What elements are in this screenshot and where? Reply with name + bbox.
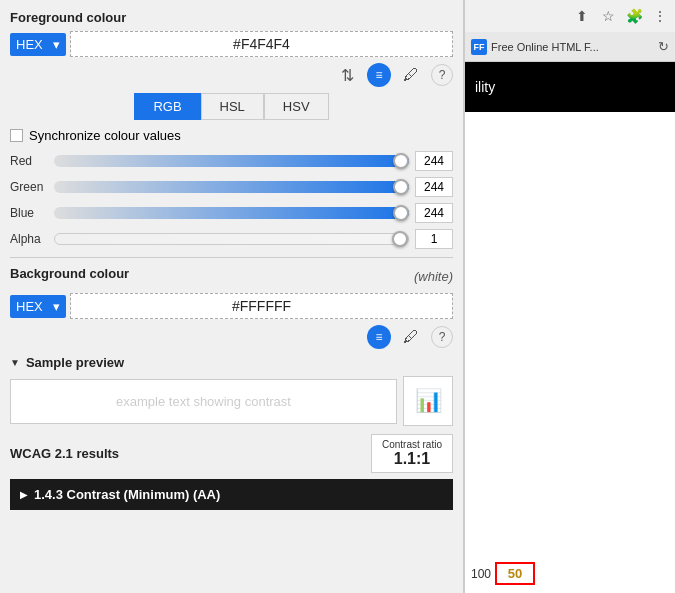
eyedropper-icon[interactable]: 🖊 [399, 63, 423, 87]
bg-sliders-icon[interactable]: ≡ [367, 325, 391, 349]
contrast-50-box: 50 [495, 562, 535, 585]
bg-hint: (white) [414, 269, 453, 284]
extension-icon[interactable]: 🧩 [623, 5, 645, 27]
share-icon[interactable]: ⬆ [571, 5, 593, 27]
contrast-50-label: 50 [508, 566, 522, 581]
slider-alpha-thumb[interactable] [392, 231, 408, 247]
slider-red-label: Red [10, 154, 48, 168]
sample-header: ▼ Sample preview [10, 355, 453, 370]
fg-heading-text: Foreground colour [10, 10, 126, 25]
tab-hsv[interactable]: HSV [264, 93, 329, 120]
left-panel: Foreground colour HEX ▾ ⇅ ≡ 🖊 ? RGB HSL … [0, 0, 463, 593]
slider-green-row: Green [10, 177, 453, 197]
sync-row: Synchronize colour values [10, 128, 453, 143]
tab-rgb[interactable]: RGB [134, 93, 200, 120]
slider-green-label: Green [10, 180, 48, 194]
slider-blue-row: Blue [10, 203, 453, 223]
slider-alpha-label: Alpha [10, 232, 48, 246]
fg-icon-row: ⇅ ≡ 🖊 ? [10, 63, 453, 87]
bg-hex-input[interactable] [70, 293, 453, 319]
sample-text-box: example text showing contrast [10, 379, 397, 424]
right-panel: ⬆ ☆ 🧩 ⋮ FF Free Online HTML F... ↻ ility… [465, 0, 675, 593]
divider-1 [10, 257, 453, 258]
slider-alpha-value[interactable] [415, 229, 453, 249]
slider-green-value[interactable] [415, 177, 453, 197]
fg-hex-input[interactable] [70, 31, 453, 57]
slider-green-track[interactable] [54, 181, 409, 193]
menu-icon[interactable]: ⋮ [649, 5, 671, 27]
bg-hex-row: HEX ▾ [10, 293, 453, 319]
slider-blue-thumb[interactable] [393, 205, 409, 221]
sample-text: example text showing contrast [116, 394, 291, 409]
sample-box-row: example text showing contrast 📊 [10, 376, 453, 426]
swap-icon[interactable]: ⇅ [335, 63, 359, 87]
fg-hex-dropdown[interactable]: HEX ▾ [10, 33, 66, 56]
contrast-ratio-value: 1.1:1 [382, 450, 442, 468]
wcag-result-row: ▶ 1.4.3 Contrast (Minimum) (AA) [10, 479, 453, 510]
bg-hex-label: HEX [16, 299, 43, 314]
browser-tab-bar: FF Free Online HTML F... ↻ [465, 32, 675, 62]
wcag-section: WCAG 2.1 results Contrast ratio 1.1:1 [10, 434, 453, 473]
wcag-heading: WCAG 2.1 results [10, 446, 119, 461]
slider-green-thumb[interactable] [393, 179, 409, 195]
slider-red-value[interactable] [415, 151, 453, 171]
refresh-icon[interactable]: ↻ [658, 39, 669, 54]
contrast-ratio-box: Contrast ratio 1.1:1 [371, 434, 453, 473]
black-section-text: ility [475, 79, 495, 95]
sample-chart-box: 📊 [403, 376, 453, 426]
browser-favicon: FF [471, 39, 487, 55]
favicon-text: FF [474, 42, 485, 52]
fg-heading: Foreground colour [10, 10, 453, 25]
slider-alpha-track[interactable] [54, 233, 409, 245]
black-section: ility [465, 62, 675, 112]
right-top-bar: ⬆ ☆ 🧩 ⋮ [465, 0, 675, 32]
sample-section: ▼ Sample preview example text showing co… [10, 355, 453, 426]
bg-eyedropper-icon[interactable]: 🖊 [399, 325, 423, 349]
bg-header-row: Background colour (white) [10, 266, 453, 287]
bg-heading: Background colour [10, 266, 129, 281]
sync-label: Synchronize colour values [29, 128, 181, 143]
slider-blue-label: Blue [10, 206, 48, 220]
slider-red-track[interactable] [54, 155, 409, 167]
help-icon[interactable]: ? [431, 64, 453, 86]
contrast-ratio-label: Contrast ratio [382, 439, 442, 450]
sliders-icon[interactable]: ≡ [367, 63, 391, 87]
contrast-section: 100 50 [465, 112, 675, 593]
wcag-triangle-icon: ▶ [20, 489, 28, 500]
fg-hex-row: HEX ▾ [10, 31, 453, 57]
bg-hex-dropdown[interactable]: HEX ▾ [10, 295, 66, 318]
color-tabs: RGB HSL HSV [10, 93, 453, 120]
slider-blue-value[interactable] [415, 203, 453, 223]
bg-icon-row: ≡ 🖊 ? [10, 325, 453, 349]
contrast-bottom-row: 100 50 [471, 562, 669, 585]
contrast-100-label: 100 [471, 567, 491, 581]
slider-alpha-row: Alpha [10, 229, 453, 249]
bg-section: Background colour (white) HEX ▾ ≡ 🖊 ? [10, 266, 453, 349]
slider-blue-track[interactable] [54, 207, 409, 219]
bg-hex-chevron-icon: ▾ [53, 299, 60, 314]
tab-hsl[interactable]: HSL [201, 93, 264, 120]
fg-hex-chevron-icon: ▾ [53, 37, 60, 52]
contrast-area [471, 120, 669, 558]
bg-help-icon[interactable]: ? [431, 326, 453, 348]
sample-heading: Sample preview [26, 355, 124, 370]
sync-checkbox[interactable] [10, 129, 23, 142]
slider-red-row: Red [10, 151, 453, 171]
star-icon[interactable]: ☆ [597, 5, 619, 27]
sample-triangle-icon: ▼ [10, 357, 20, 368]
slider-red-thumb[interactable] [393, 153, 409, 169]
chart-icon: 📊 [415, 388, 442, 414]
fg-hex-label: HEX [16, 37, 43, 52]
wcag-result-text: 1.4.3 Contrast (Minimum) (AA) [34, 487, 220, 502]
browser-tab-title: Free Online HTML F... [491, 41, 654, 53]
